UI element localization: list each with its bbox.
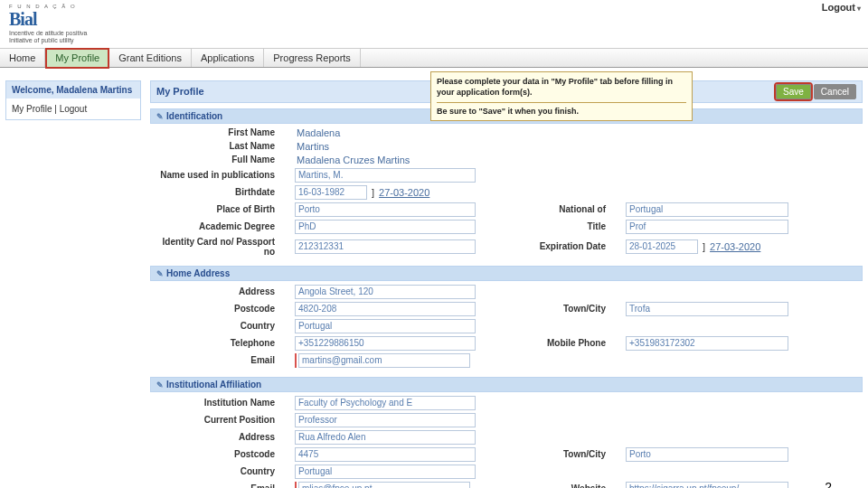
- logo-tagline-1: Incentive de atitude positiva: [9, 30, 87, 37]
- logo-main: Bial: [9, 9, 87, 30]
- label-inst-country: Country: [152, 466, 278, 476]
- section-home-address: ✎Home Address: [150, 266, 863, 281]
- label-pub-name: Name used in publications: [152, 170, 278, 180]
- label-inst-email: Email: [152, 483, 278, 488]
- label-birthdate: Birthdate: [152, 187, 278, 197]
- sidebar-my-profile-link[interactable]: My Profile: [12, 104, 52, 114]
- input-idcard[interactable]: [295, 239, 476, 254]
- section-institutional: ✎Institutional Affiliation: [150, 377, 863, 392]
- cancel-button[interactable]: Cancel: [814, 84, 856, 99]
- label-idcard: Identity Card no/ Passport no: [152, 237, 278, 257]
- label-expdate: Expiration Date: [492, 241, 609, 251]
- tab-grant-editions[interactable]: Grant Editions: [109, 49, 192, 67]
- input-home-postcode[interactable]: [295, 302, 476, 316]
- input-inst-address[interactable]: [295, 430, 476, 445]
- input-inst-postcode[interactable]: [295, 447, 476, 462]
- sidebar-welcome-box: Welcome, Madalena Martins My Profile | L…: [5, 80, 141, 120]
- input-home-telephone[interactable]: [295, 336, 476, 351]
- tab-my-profile[interactable]: My Profile: [45, 48, 109, 69]
- sidebar-logout-link[interactable]: Logout: [60, 104, 88, 114]
- input-home-mobile[interactable]: [626, 336, 788, 351]
- logo-tagline-2: Initiative of public utility: [9, 37, 87, 44]
- top-nav: Home My Profile Grant Editions Applicati…: [0, 48, 868, 68]
- date-picker-link-2[interactable]: 27-03-2020: [710, 241, 760, 252]
- value-first-name: Madalena: [295, 127, 476, 138]
- input-home-country[interactable]: [295, 319, 476, 333]
- save-button[interactable]: Save: [776, 84, 811, 99]
- label-mobile: Mobile Phone: [492, 338, 609, 348]
- label-town: Town/City: [492, 304, 609, 314]
- input-national[interactable]: [626, 202, 788, 217]
- input-home-email[interactable]: [298, 353, 470, 368]
- label-first-name: First Name: [152, 127, 278, 137]
- input-academic[interactable]: [295, 220, 476, 234]
- logo: F U N D A Ç Ã O Bial Incentive de atitud…: [9, 4, 87, 43]
- input-website[interactable]: [626, 482, 788, 488]
- tab-home[interactable]: Home: [0, 49, 45, 67]
- date-picker-link[interactable]: 27-03-2020: [379, 187, 429, 198]
- welcome-label: Welcome, Madalena Martins: [6, 81, 140, 99]
- label-inst-name: Institution Name: [152, 398, 278, 408]
- label-full-name: Full Name: [152, 155, 278, 164]
- label-cur-pos: Current Position: [152, 415, 278, 425]
- label-inst-town: Town/City: [492, 449, 609, 459]
- label-website: Website: [492, 483, 609, 488]
- input-cur-pos[interactable]: [295, 413, 476, 427]
- pencil-icon: ✎: [156, 269, 164, 278]
- label-country: Country: [152, 321, 278, 331]
- label-title: Title: [492, 221, 609, 231]
- input-inst-town[interactable]: [626, 447, 788, 462]
- label-inst-address: Address: [152, 432, 278, 442]
- input-home-address[interactable]: [295, 285, 476, 299]
- label-telephone: Telephone: [152, 338, 278, 348]
- input-birthdate[interactable]: [295, 185, 367, 200]
- input-home-town[interactable]: [626, 302, 788, 316]
- input-inst-country[interactable]: [295, 465, 476, 479]
- input-pub-name[interactable]: [295, 168, 476, 183]
- label-academic: Academic Degree: [152, 221, 278, 231]
- logout-link[interactable]: Logout▾: [822, 2, 861, 13]
- tab-applications[interactable]: Applications: [192, 49, 264, 67]
- input-inst-name[interactable]: [295, 396, 476, 410]
- pencil-icon: ✎: [156, 112, 164, 121]
- input-expdate[interactable]: [626, 239, 698, 254]
- label-address: Address: [152, 286, 278, 296]
- input-place-birth[interactable]: [295, 202, 476, 217]
- value-last-name: Martins: [295, 141, 476, 152]
- input-title[interactable]: [626, 220, 788, 234]
- value-full-name: Madalena Cruzes Martins: [295, 155, 476, 165]
- tab-progress-reports[interactable]: Progress Reports: [264, 49, 361, 67]
- instruction-callout: Please complete your data in "My Profile…: [430, 71, 693, 122]
- pencil-icon: ✎: [156, 380, 164, 389]
- page-number: 2: [825, 480, 832, 488]
- label-email: Email: [152, 355, 278, 365]
- label-place-birth: Place of Birth: [152, 204, 278, 214]
- label-postcode: Postcode: [152, 304, 278, 314]
- input-inst-email[interactable]: [298, 482, 470, 488]
- chevron-down-icon: ▾: [857, 5, 861, 13]
- label-last-name: Last Name: [152, 141, 278, 151]
- label-national: National of: [492, 204, 609, 214]
- label-inst-postcode: Postcode: [152, 449, 278, 459]
- page-title: My Profile: [156, 86, 204, 97]
